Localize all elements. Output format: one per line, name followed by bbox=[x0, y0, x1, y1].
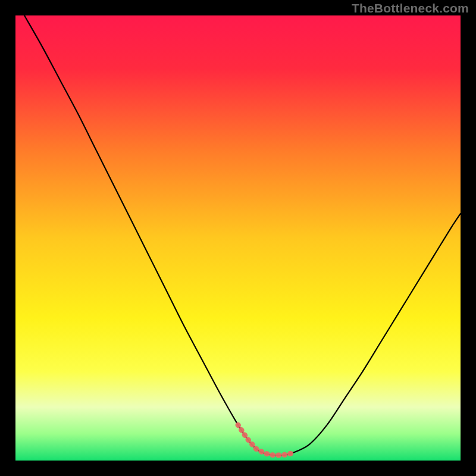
optimal-range-marker bbox=[15, 15, 461, 461]
watermark-text: TheBottleneck.com bbox=[352, 1, 469, 15]
plot-area bbox=[15, 15, 461, 461]
chart-container: TheBottleneck.com bbox=[0, 0, 476, 476]
